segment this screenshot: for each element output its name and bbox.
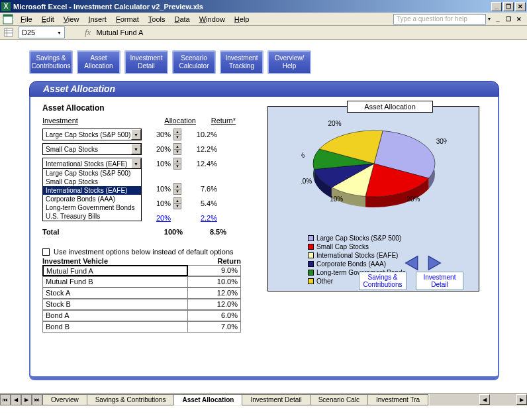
close-button[interactable]: ✕ [515, 2, 526, 11]
allocation-value: 10% [142, 199, 173, 207]
chevron-down-icon[interactable]: ▼ [131, 158, 141, 169]
sheet-tab[interactable]: Investment Tra [367, 394, 428, 405]
total-label: Total [42, 228, 142, 236]
svg-text:10%: 10% [301, 152, 305, 159]
svg-text:20%: 20% [407, 195, 420, 203]
legend-label: Other [316, 277, 333, 286]
next-sheet-link[interactable]: Investment Detail [416, 272, 463, 290]
tab-nav-prev-icon[interactable]: ◀ [11, 394, 21, 405]
menu-data[interactable]: Data [169, 14, 194, 25]
menu-format[interactable]: Format [111, 14, 144, 25]
doc-restore-button[interactable]: ❐ [503, 15, 514, 24]
legend-label: Corporate Bonds (AAA) [316, 260, 386, 268]
namebox-dropdown-icon[interactable]: ▼ [57, 30, 62, 35]
hscroll-left-icon[interactable]: ◀ [479, 394, 490, 405]
fx-icon[interactable]: fx [85, 27, 91, 38]
allocation-spinner[interactable]: ▲▼ [173, 183, 181, 195]
return-value[interactable]: 2.2% [181, 214, 221, 222]
menu-view[interactable]: View [59, 14, 84, 25]
investment-dropdown-list[interactable]: Large Cap Stocks (S&P 500)Small Cap Stoc… [42, 168, 142, 221]
legend-label: Small Cap Stocks [316, 242, 369, 251]
dropdown-option[interactable]: Small Cap Stocks [43, 178, 141, 186]
return-value: 10.2% [181, 131, 221, 138]
vehicle-return-cell[interactable]: 12.0% [188, 288, 241, 299]
doc-minimize-button[interactable]: _ [493, 15, 503, 24]
tab-nav-next-icon[interactable]: ▶ [21, 394, 32, 405]
excel-icon: X [1, 2, 11, 11]
dropdown-option[interactable]: Long-term Government Bonds [43, 203, 141, 212]
svg-text:30%: 30% [436, 138, 447, 145]
next-arrow-icon[interactable] [425, 254, 442, 272]
allocation-value: 20% [142, 145, 173, 153]
vehicle-name-cell[interactable]: Stock A [42, 288, 188, 299]
prev-sheet-link[interactable]: Savings & Contributions [359, 272, 407, 290]
hscroll-right-icon[interactable]: ▶ [516, 394, 527, 405]
vehicle-return-cell[interactable]: 9.0% [188, 265, 241, 276]
formula-bar[interactable]: Mutual Fund A [96, 28, 143, 36]
allocation-value: 10% [142, 160, 173, 168]
dropdown-option[interactable]: Corporate Bonds (AAA) [43, 195, 141, 203]
nav-button[interactable]: Overview/ Help [267, 50, 311, 74]
restore-button[interactable]: ❐ [503, 2, 514, 11]
doc-close-button[interactable]: ✕ [514, 15, 524, 24]
vehicle-return-cell[interactable]: 10.0% [188, 276, 241, 288]
menu-help[interactable]: Help [230, 14, 254, 25]
dropdown-option[interactable]: U.S. Treasury Bills [43, 212, 141, 221]
dropdown-option[interactable]: Large Cap Stocks (S&P 500) [43, 169, 141, 178]
vehicle-return-cell[interactable]: 6.0% [188, 310, 241, 321]
vehicle-name-cell[interactable]: Stock B [42, 299, 188, 310]
chevron-down-icon[interactable]: ▼ [131, 129, 141, 140]
vehicle-name-cell[interactable]: Mutual Fund B [42, 276, 188, 288]
allocation-value: 10% [142, 185, 173, 193]
workbook-icon [3, 14, 13, 25]
investment-combo[interactable]: Small Cap Stocks▼ [42, 143, 142, 155]
investment-combo[interactable]: Large Cap Stocks (S&P 500)▼ [42, 129, 142, 140]
allocation-spinner[interactable]: ▲▼ [173, 129, 181, 140]
menu-insert[interactable]: Insert [83, 14, 111, 25]
nav-button[interactable]: Savings & Contributions [29, 50, 73, 74]
svg-marker-12 [406, 256, 418, 270]
tab-nav-first-icon[interactable]: ⏮ [0, 394, 11, 405]
sheet-tab[interactable]: Scenario Calc [310, 394, 368, 405]
use-custom-options-checkbox[interactable] [42, 248, 50, 256]
sheet-icon [3, 26, 15, 38]
nav-button[interactable]: Investment Detail [124, 50, 168, 74]
svg-rect-2 [5, 28, 13, 36]
sheet-tab[interactable]: Overview [42, 394, 87, 405]
vehicle-name-cell[interactable]: Mutual Fund A [42, 265, 188, 276]
menu-file[interactable]: File [16, 14, 37, 25]
menu-window[interactable]: Window [195, 14, 230, 25]
allocation-spinner[interactable]: ▲▼ [173, 197, 181, 209]
panel-title: Asset Allocation [29, 81, 499, 97]
allocation-spinner[interactable]: ▲▼ [173, 143, 181, 155]
nav-button[interactable]: Asset Allocation [77, 50, 120, 74]
tab-nav-last-icon[interactable]: ⏭ [32, 394, 42, 405]
dropdown-option[interactable]: International Stocks (EAFE) [43, 186, 141, 195]
sheet-tab[interactable]: Investment Detail [242, 394, 310, 405]
vehicle-return-cell[interactable]: 7.0% [188, 321, 241, 333]
allocation-spinner[interactable]: ▲▼ [173, 158, 181, 170]
chevron-down-icon[interactable]: ▼ [131, 144, 141, 154]
allocation-value[interactable]: 20% [142, 214, 173, 222]
svg-rect-1 [3, 15, 13, 17]
nav-button[interactable]: Scenario Calculator [172, 50, 216, 74]
sheet-tab[interactable]: Asset Allocation [173, 394, 242, 405]
sheet-tab[interactable]: Savings & Contributions [87, 394, 175, 405]
chart-title: Asset Allocation [347, 101, 433, 113]
window-title: Microsoft Excel - Investment Calculator … [13, 3, 491, 11]
help-search-input[interactable]: Type a question for help [393, 14, 486, 25]
name-box[interactable]: D25 ▼ [19, 26, 65, 38]
vehicle-name-cell[interactable]: Bond A [42, 310, 188, 321]
nav-button[interactable]: Investment Tracking [220, 50, 264, 74]
svg-marker-13 [428, 256, 440, 270]
vehicle-return-cell[interactable]: 12.0% [188, 299, 241, 310]
minimize-button[interactable]: _ [491, 2, 502, 11]
vehicle-name-cell[interactable]: Bond B [42, 321, 188, 333]
menu-edit[interactable]: Edit [37, 14, 59, 25]
col-header-vehicle: Investment Vehicle [42, 257, 188, 265]
menu-tools[interactable]: Tools [144, 14, 170, 25]
return-value: 5.4% [181, 199, 221, 207]
checkbox-label: Use investment options below instead of … [54, 248, 234, 256]
help-dropdown-icon[interactable]: ▼ [486, 14, 493, 25]
prev-arrow-icon[interactable] [404, 254, 421, 272]
